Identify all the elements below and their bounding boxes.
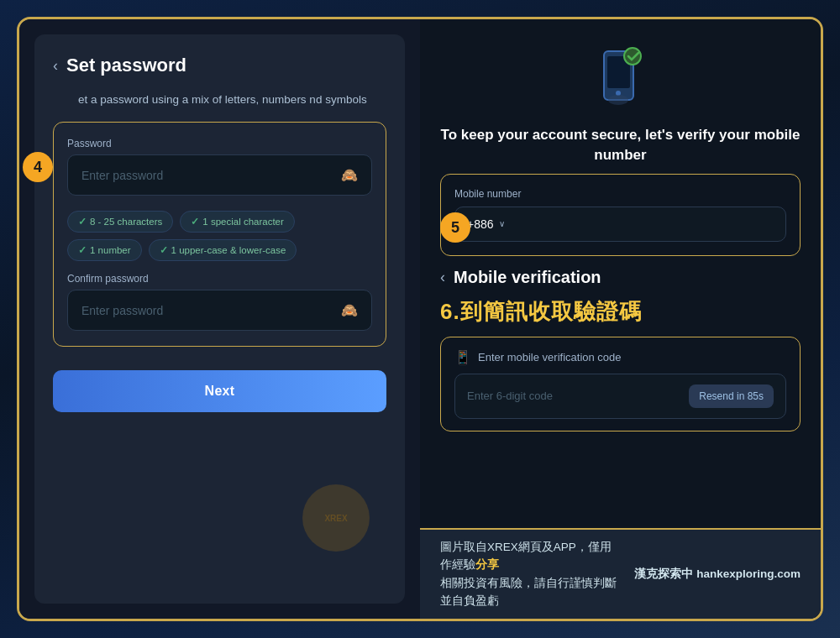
mv-back-icon[interactable]: ‹ [440,269,445,286]
verify-hint: 📱 Enter mobile verification code [454,349,786,365]
phone-small-icon: 📱 [454,349,471,365]
chip-special: 1 special character [180,211,295,233]
mv-title: Mobile verification [454,268,601,287]
password-input[interactable]: Enter password 🙈 [67,154,372,196]
step-5-badge: 5 [440,212,470,243]
chip-characters: 8 - 25 characters [67,211,173,233]
dropdown-arrow-icon[interactable]: ∨ [499,219,505,228]
mobile-section: Mobile number +886 ∨ [440,174,801,256]
bottom-banner: 圖片取自XREX網頁及APP，僅用作經驗分享 相關投資有風險，請自行謹慎判斷並自… [420,528,821,619]
mobile-input[interactable]: +886 ∨ [454,207,786,242]
secure-text: To keep your account secure, let's verif… [440,125,801,165]
next-button[interactable]: Next [53,370,386,412]
password-placeholder: Enter password [81,169,163,182]
banner-line1: 圖片取自XREX網頁及APP，僅用作經驗 [440,541,612,572]
country-code: +886 [467,217,494,231]
banner-text-left: 圖片取自XREX網頁及APP，僅用作經驗分享 相關投資有風險，請自行謹慎判斷並自… [440,538,621,610]
confirm-eye-icon[interactable]: 🙈 [341,302,358,318]
code-placeholder: Enter 6-digit code [467,390,553,402]
mobile-verification-header: ‹ Mobile verification [420,256,821,290]
confirm-password-input[interactable]: Enter password 🙈 [67,290,372,331]
back-arrow-icon[interactable]: ‹ [53,57,58,75]
mobile-label: Mobile number [454,188,786,200]
verify-hint-text: Enter mobile verification code [478,351,622,363]
banner-line2: 相關投資有風險，請自行謹慎判斷並自負盈虧 [440,577,617,608]
banner-text-right: 漢克探索中 hankexploring.com [634,567,801,582]
step-4-badge: 4 [23,152,53,182]
right-panel: To keep your account secure, let's verif… [420,19,821,619]
chip-number: 1 number [67,239,142,261]
banner-highlight: 分享 [475,558,499,571]
step-6-text: 6.到簡訊收取驗證碼 [420,290,821,337]
panel-header: ‹ Set password [53,55,386,76]
validation-chips: 8 - 25 characters 1 special character 1 … [67,211,372,261]
code-input-row[interactable]: Enter 6-digit code Resend in 85s [454,374,786,419]
chip-case: 1 upper-case & lower-case [149,239,297,261]
watermark: XREX [302,484,370,552]
step-description: et a password using a mix of letters, nu… [78,92,386,108]
right-top: To keep your account secure, let's verif… [420,19,821,165]
confirm-placeholder: Enter password [81,304,163,317]
left-panel: ‹ Set password et a password using a mix… [19,19,420,619]
phone-icon-area [587,36,654,112]
eye-icon[interactable]: 🙈 [341,167,358,183]
confirm-password-label: Confirm password [67,273,372,285]
verification-section: 📱 Enter mobile verification code Enter 6… [440,337,801,431]
svg-point-4 [608,95,628,105]
svg-point-3 [624,48,641,65]
password-form: Password Enter password 🙈 8 - 25 charact… [53,122,386,347]
panel-title: Set password [66,55,186,76]
password-label: Password [67,138,372,149]
resend-button[interactable]: Resend in 85s [689,384,774,408]
